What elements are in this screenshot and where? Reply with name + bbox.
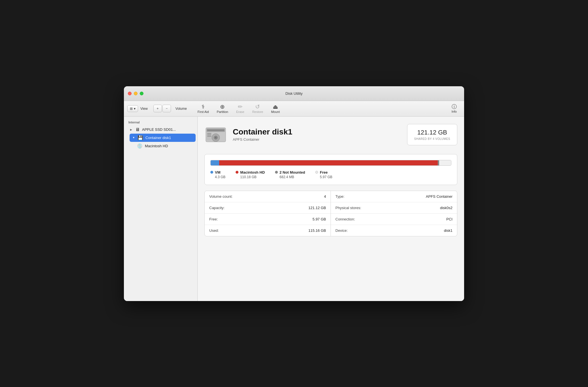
mount-icon: ⏏: [273, 104, 278, 110]
toolbar: ⊞ ▾ View ＋ － Volume ⚕ First Aid ⊕ Partit…: [124, 101, 464, 117]
disk-name: Container disk1: [233, 128, 407, 136]
svg-rect-8: [207, 134, 211, 135]
info-row-physical-stores: Physical stores: disk0s2: [331, 202, 457, 214]
used-value: 115.16 GB: [308, 228, 326, 233]
legend-vm-size: 4.3 GB: [210, 175, 225, 179]
info-grid: Volume count: 4 Capacity: 121.12 GB Free…: [204, 191, 457, 236]
sidebar-item-ssd[interactable]: ▶ 🖥 APPLE SSD SD01...: [126, 126, 196, 134]
minus-icon: －: [165, 106, 168, 111]
info-row-type: Type: APFS Container: [331, 191, 457, 202]
legend-free-label: Free: [320, 170, 327, 174]
legend-macos-label: Macintosh HD: [240, 170, 265, 174]
traffic-lights: [128, 92, 143, 95]
legend-macos: Macintosh HD 110.18 GB: [236, 170, 265, 179]
mount-label: Mount: [271, 110, 280, 113]
disk-size-badge: 121.12 GB SHARED BY 4 VOLUMES: [407, 124, 457, 145]
sidebar-toggle-button[interactable]: ⊞ ▾: [127, 105, 138, 112]
sidebar-item-container[interactable]: ▼ 💾 Container disk1: [130, 134, 196, 142]
partition-icon: ⊕: [220, 104, 225, 110]
toolbar-left-group: ⊞ ▾ View: [127, 105, 148, 112]
minimize-button[interactable]: [134, 92, 138, 95]
bar-macos: [219, 160, 438, 165]
container-chevron-icon: ▼: [132, 136, 135, 139]
ssd-disk-icon: 🖥: [135, 127, 140, 132]
info-row-device: Device: disk1: [331, 225, 457, 236]
titlebar: Disk Utility: [124, 86, 464, 101]
legend-free-header: Free: [315, 170, 332, 174]
sidebar-chevron-icon: ▾: [134, 107, 136, 111]
content-area: Container disk1 APFS Container 121.12 GB…: [198, 117, 464, 301]
sidebar-toggle-icon: ⊞: [130, 107, 133, 111]
legend-macos-size: 110.18 GB: [236, 175, 265, 179]
erase-button[interactable]: ✏ Erase: [232, 103, 248, 115]
free-value: 5.97 GB: [312, 217, 326, 221]
maximize-button[interactable]: [140, 92, 143, 95]
container-label: Container disk1: [145, 136, 171, 140]
erase-label: Erase: [236, 110, 244, 113]
info-row-free: Free: 5.97 GB: [205, 214, 331, 225]
restore-icon: ↺: [255, 104, 260, 110]
disk-size-sub: SHARED BY 4 VOLUMES: [414, 137, 450, 140]
info-col-right: Type: APFS Container Physical stores: di…: [331, 191, 457, 236]
window-title: Disk Utility: [285, 91, 303, 96]
svg-rect-7: [207, 133, 211, 134]
legend-notmounted-size: 682.4 MB: [275, 175, 305, 179]
ssd-chevron-icon: ▶: [130, 128, 133, 131]
type-value: APFS Container: [426, 194, 452, 199]
capacity-value: 121.12 GB: [308, 206, 326, 210]
legend-notmounted-dot: [275, 171, 278, 174]
volume-label: Volume: [175, 107, 187, 111]
erase-icon: ✏: [238, 104, 243, 110]
legend-macos-dot: [236, 171, 238, 174]
legend-vm: VM 4.3 GB: [210, 170, 225, 179]
physical-stores-label: Physical stores:: [335, 206, 361, 210]
disk-header: Container disk1 APFS Container 121.12 GB…: [204, 123, 457, 146]
volume-count-value: 4: [324, 194, 326, 199]
storage-section: VM 4.3 GB Macintosh HD 110.18 GB: [204, 154, 457, 185]
restore-button[interactable]: ↺ Restore: [248, 103, 267, 115]
legend-notmounted-header: 2 Not Mounted: [275, 170, 305, 174]
restore-label: Restore: [252, 110, 263, 113]
connection-label: Connection:: [335, 217, 355, 221]
disk-image: [204, 123, 227, 146]
connection-value: PCI: [446, 217, 452, 221]
free-label: Free:: [209, 217, 218, 221]
info-button[interactable]: ⓘ Info: [448, 103, 461, 114]
capacity-label: Capacity:: [209, 206, 225, 210]
main-area: Internal ▶ 🖥 APPLE SSD SD01... ▼ 💾 Conta…: [124, 117, 464, 301]
first-aid-icon: ⚕: [202, 104, 205, 110]
storage-legend: VM 4.3 GB Macintosh HD 110.18 GB: [210, 170, 451, 179]
partition-button[interactable]: ⊕ Partition: [213, 103, 232, 115]
storage-bar: [210, 160, 451, 166]
legend-free-size: 5.97 GB: [315, 175, 332, 179]
first-aid-button[interactable]: ⚕ First Aid: [194, 103, 213, 115]
mount-button[interactable]: ⏏ Mount: [267, 103, 284, 115]
disk-type: APFS Container: [233, 137, 407, 142]
svg-rect-9: [207, 136, 211, 137]
disk-info: Container disk1 APFS Container: [233, 128, 407, 142]
type-label: Type:: [335, 194, 344, 199]
add-volume-button[interactable]: ＋: [153, 105, 162, 112]
volume-count-label: Volume count:: [209, 194, 232, 199]
ssd-label: APPLE SSD SD01...: [142, 127, 176, 132]
view-label: View: [140, 107, 148, 111]
svg-rect-2: [207, 130, 224, 131]
disk-size-number: 121.12 GB: [414, 129, 450, 136]
info-label: Info: [452, 110, 457, 113]
legend-notmounted: 2 Not Mounted 682.4 MB: [275, 170, 305, 179]
macintosh-label: Macintosh HD: [145, 144, 168, 148]
legend-macos-header: Macintosh HD: [236, 170, 265, 174]
sidebar-item-macintosh[interactable]: 💿 Macintosh HD: [134, 142, 196, 150]
info-col-left: Volume count: 4 Capacity: 121.12 GB Free…: [205, 191, 331, 236]
info-row-used: Used: 115.16 GB: [205, 225, 331, 236]
legend-notmounted-label: 2 Not Mounted: [280, 170, 305, 174]
close-button[interactable]: [128, 92, 132, 95]
svg-point-5: [215, 137, 216, 138]
device-value: disk1: [444, 228, 452, 233]
plus-icon: ＋: [156, 106, 159, 111]
first-aid-label: First Aid: [198, 110, 209, 113]
legend-free-dot: [315, 171, 318, 174]
legend-vm-label: VM: [215, 170, 221, 174]
info-icon: ⓘ: [452, 104, 457, 109]
remove-volume-button[interactable]: －: [162, 105, 171, 112]
